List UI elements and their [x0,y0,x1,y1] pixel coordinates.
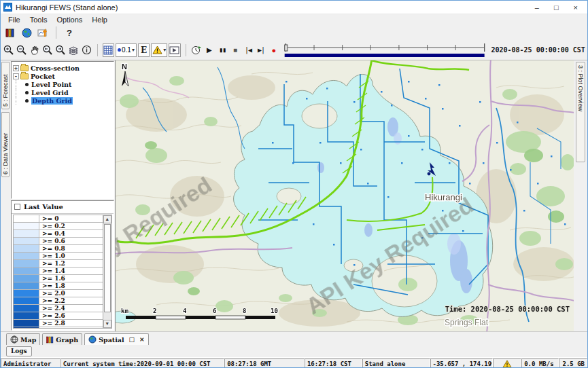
tab-spatial[interactable]: Spatial □ × [84,333,148,345]
tab-forecast[interactable]: 5 : Forecast [1,62,10,109]
stop-button[interactable]: ■ [229,43,241,57]
legend-label: >= 0.2 [39,223,65,229]
globe-wire-icon [10,335,18,344]
legend-scrollbar[interactable]: ▲ ▼ [103,215,111,329]
pan-hand-icon[interactable] [29,43,41,57]
legend-row: >= 1.0 [14,253,103,260]
legend-label: >= 0 [39,215,58,222]
folder-icon [20,65,29,71]
legend-swatch [14,275,39,282]
legend-label: >= 2.8 [39,320,65,327]
legend-label: >= 2.2 [39,297,65,304]
step-forward-button[interactable]: ▶| [255,43,266,57]
place-label: Springs Flat [445,318,489,327]
legend-row: >= 2.2 [14,297,103,305]
info-icon[interactable] [81,43,92,57]
scroll-down-icon[interactable]: ▼ [103,320,111,328]
status-system-time: Current system time:2020-09-01 00:00 CST [60,358,224,368]
legend-row: >= 1.6 [14,275,103,282]
tab-graph[interactable]: Graph [42,333,82,345]
interval-value: 0.1 [122,46,131,54]
legend-label: >= 1.6 [39,275,65,282]
scroll-up-icon[interactable]: ▲ [103,215,111,223]
pause-button[interactable]: ▮▮ [216,43,228,57]
scrollbar-thumb[interactable] [104,224,111,312]
legend-panel: Last Value >= 0>= 0.2>= 0.4>= 0.6>= 0.8>… [11,200,114,331]
app-logo-icon [3,3,12,12]
logs-button[interactable]: Logs [6,346,32,356]
legend-swatch [14,290,39,297]
zoom-next-icon[interactable] [55,43,67,57]
warning-icon [502,360,512,368]
legend-swatch [14,312,39,319]
tab-map[interactable]: Map [6,333,40,345]
status-memory: 2.5 GB [559,358,587,368]
step-forward-icon: ▶| [258,46,264,54]
maximize-button[interactable]: □ [554,3,559,12]
legend-row: >= 0.6 [14,238,103,245]
contour-interval-dropdown[interactable]: 0.1 ▾ [116,43,137,57]
map-time-label: Time: 2020-08-25 00:00:00 CST [445,305,569,313]
zoom-in-icon[interactable] [3,43,15,57]
expander-icon[interactable]: - [13,73,19,79]
step-back-icon: |◀ [245,46,252,54]
menu-help[interactable]: Help [87,16,112,24]
svg-text:km: km [121,308,128,314]
database-status-icon[interactable] [3,26,17,39]
tab-data-viewer[interactable]: 6 : Data Viewer [1,112,10,177]
app-window: Hikurangi FEWS (Stand alone) – □ × File … [0,0,588,368]
grid-display-button[interactable] [103,43,114,57]
close-button[interactable]: × [574,3,578,12]
legend-header: Last Value [12,201,114,214]
record-button[interactable]: ● [268,43,279,57]
layers-icon[interactable] [68,43,80,57]
menu-options[interactable]: Options [52,16,87,24]
elevation-scale-button[interactable]: E [138,43,150,57]
timeseries-dialog-icon[interactable] [36,26,50,39]
play-button[interactable]: ▶ [203,43,215,57]
minimize-button[interactable]: – [535,3,539,12]
tree-item-pocket[interactable]: - Pocket [13,72,112,80]
elevation-icon: E [141,45,147,55]
panel-maximize-icon[interactable]: □ [129,336,135,343]
tree-item-depth-grid[interactable]: Depth Grid [13,96,112,105]
zoom-previous-icon[interactable] [42,43,54,57]
legend-swatch [14,282,39,289]
status-gmt-time: 08:27:18 GMT [224,358,305,368]
main-area: 5 : Forecast 6 : Data Viewer + Cross-sec… [1,60,587,331]
status-warning[interactable] [493,358,521,368]
zoom-out-icon[interactable] [16,43,28,57]
animation-dialog-button[interactable] [169,43,180,57]
svg-text:N: N [122,62,127,71]
legend-label: >= 1.0 [39,253,65,259]
current-time-label: 2020-08-25 00:00:00 CST [491,46,587,54]
tab-plot-overview[interactable]: 3 : Plot Overview [576,62,585,162]
legend-row: >= 3.0 [14,327,103,329]
tree-item-level-point[interactable]: Level Point [13,80,112,88]
help-button[interactable]: ? [63,26,76,39]
menu-file[interactable]: File [3,16,25,24]
time-slider[interactable] [283,41,487,59]
panel-close-icon[interactable]: × [139,336,145,343]
left-panel: + Cross-section - Pocket Level Point Lev… [10,60,115,331]
tab-label: Spatial [99,336,124,344]
expander-icon[interactable]: + [13,65,19,71]
warning-threshold-dropdown[interactable]: ▾ [151,43,167,57]
export-animation-icon[interactable] [190,43,202,57]
legend-label: >= 2.0 [39,290,65,297]
stop-icon: ■ [233,46,237,54]
tree-item-label: Level Grid [31,89,69,96]
status-user: Administrator [1,358,60,368]
tree-item-level-grid[interactable]: Level Grid [13,88,112,96]
tree-item-cross-section[interactable]: + Cross-section [13,64,112,72]
tree-item-label: Pocket [31,73,55,80]
map-display-icon[interactable] [20,26,33,39]
map-canvas[interactable]: API Key Required API Key Required Hikura… [115,60,574,331]
step-back-button[interactable]: |◀ [242,43,254,57]
legend-row: >= 0.8 [14,245,103,253]
menu-tools[interactable]: Tools [25,16,52,24]
timeline-span-bar [285,54,485,57]
last-value-checkbox[interactable] [14,204,20,210]
legend-label: >= 0.4 [39,230,65,237]
legend-swatch [14,238,39,244]
